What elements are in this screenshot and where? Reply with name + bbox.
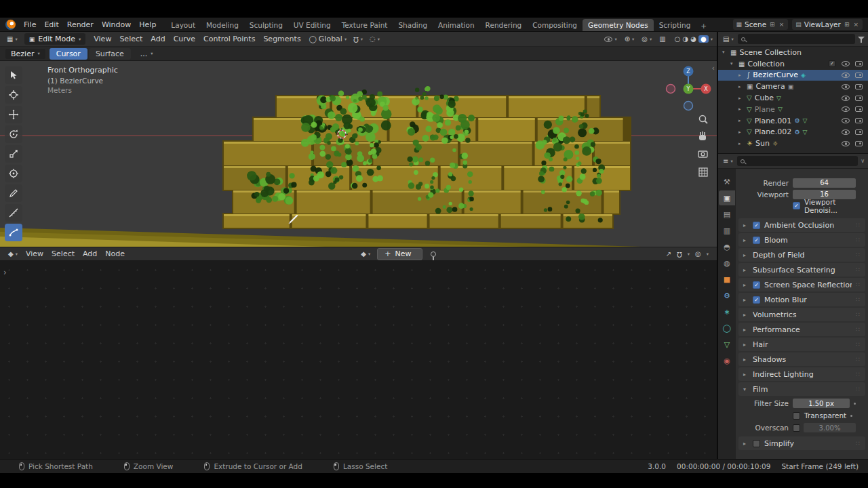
panel-film[interactable]: ▾Film∷ [738, 382, 865, 396]
properties-tab-modifiers[interactable]: ⚙ [719, 288, 735, 303]
menu-help[interactable]: Help [135, 19, 160, 30]
scene-selector[interactable]: ▦ Scene ⊞ × [733, 19, 789, 30]
node-menu-select[interactable]: Select [47, 248, 79, 260]
viewport-canvas[interactable]: ZYX Front Orthographic (1) BezierCurve M… [0, 61, 717, 247]
expand-arrow-icon[interactable]: ▸ [738, 118, 744, 123]
panel-volumetrics[interactable]: ▸Volumetrics∷ [738, 308, 865, 321]
checkbox-screen-space-reflections[interactable]: ✓ [753, 281, 760, 289]
pan-hand-icon[interactable] [699, 131, 706, 140]
expand-arrow-icon[interactable]: ▾ [730, 61, 736, 66]
properties-tab-view-layer[interactable]: ▥ [719, 223, 735, 238]
visibility-eye-icon[interactable] [842, 129, 850, 135]
panel-subsurface-scattering[interactable]: ▸Subsurface Scattering∷ [738, 263, 865, 277]
tool-select-box[interactable] [5, 66, 22, 84]
browse-nodetree-dropdown[interactable]: ◆▾ [358, 249, 373, 258]
tool-move[interactable] [5, 106, 22, 123]
pin-icon[interactable] [431, 251, 436, 257]
unlink-scene-button[interactable]: × [778, 21, 785, 28]
viewport-menu-segments[interactable]: Segments [259, 33, 304, 45]
ortho-toggle-grid-icon[interactable] [699, 168, 707, 176]
viewport-menu-add[interactable]: Add [146, 33, 169, 45]
sidebar-toggle-icon[interactable]: ‹ [712, 64, 715, 73]
outliner-search-input[interactable] [748, 35, 852, 43]
viewlayer-selector[interactable]: ▤ ViewLayer ⊞ × [792, 19, 863, 30]
properties-tab-object-data[interactable]: ▽ [719, 337, 735, 352]
workspace-tab-modeling[interactable]: Modeling [201, 19, 244, 32]
workspace-tab-compositing[interactable]: Compositing [527, 19, 583, 32]
expand-arrow-icon[interactable]: ▸ [743, 371, 749, 378]
shading-rendered-icon[interactable]: ● [698, 35, 709, 43]
expand-arrow-icon[interactable]: ▸ [743, 222, 749, 228]
visibility-eye-icon[interactable] [842, 96, 850, 101]
panel-depth-of-field[interactable]: ▸Depth of Field∷ [738, 248, 865, 262]
viewport-menu-curve[interactable]: Curve [170, 33, 199, 45]
properties-tab-physics[interactable]: ◯ [719, 321, 735, 336]
shading-material-icon[interactable]: ◕ [690, 35, 696, 43]
menu-edit[interactable]: Edit [40, 19, 62, 30]
simplify-checkbox[interactable] [753, 440, 760, 447]
render-samples-field[interactable]: 64 [793, 178, 856, 188]
expand-arrow-icon[interactable]: ▸ [738, 141, 744, 146]
node-menu-view[interactable]: View [22, 248, 47, 260]
tool-annotate[interactable] [5, 184, 22, 202]
shading-dropdown-icon[interactable]: ▾ [711, 37, 713, 42]
editor-type-button[interactable]: ▦▾ [4, 35, 20, 43]
checkbox-bloom[interactable]: ✓ [753, 237, 760, 244]
expand-arrow-icon[interactable]: ▸ [743, 312, 749, 318]
panel-motion-blur[interactable]: ▸✓Motion Blur∷ [738, 293, 865, 306]
render-visibility-icon[interactable] [855, 106, 863, 112]
tool-scale[interactable] [5, 145, 22, 163]
tool-cursor[interactable] [5, 86, 22, 104]
visibility-eye-icon[interactable] [842, 84, 850, 89]
properties-tab-particles[interactable]: ∗ [719, 304, 735, 319]
render-visibility-icon[interactable] [855, 129, 863, 135]
render-visibility-icon[interactable] [855, 61, 863, 66]
workspace-tab-geometry-nodes[interactable]: Geometry Nodes [583, 19, 654, 32]
collection-checkbox[interactable]: ✓ [829, 60, 835, 67]
outliner-row-plane[interactable]: ▸▽Plane▽ [718, 104, 868, 115]
expand-arrow-icon[interactable]: ▸ [743, 282, 749, 288]
render-visibility-icon[interactable] [855, 84, 863, 89]
node-snap-icon[interactable]: Ω [677, 251, 682, 258]
new-scene-button[interactable]: ⊞ [769, 21, 776, 28]
menu-file[interactable]: File [20, 19, 40, 30]
tool-measure[interactable] [5, 204, 22, 222]
visibility-eye-icon[interactable] [842, 106, 850, 112]
outliner-row-scene-collection[interactable]: ▾▦Scene Collection [718, 47, 868, 58]
toggle-xray-button[interactable]: ▥ [656, 35, 668, 43]
outliner-row-plane-002[interactable]: ▸▽Plane.002⚙▽ [718, 127, 868, 138]
render-visibility-icon[interactable] [855, 118, 863, 123]
filter-icon[interactable] [858, 36, 865, 43]
workspace-tab-layout[interactable]: Layout [165, 19, 201, 32]
transparent-checkbox[interactable] [793, 412, 800, 420]
node-overlays-icon[interactable]: ◎ [695, 250, 701, 258]
object-visibility-dropdown[interactable]: ▾ [601, 36, 619, 43]
zoom-icon[interactable] [700, 116, 708, 124]
visibility-eye-icon[interactable] [842, 118, 850, 123]
visibility-eye-icon[interactable] [842, 141, 850, 146]
outliner-editor-type-button[interactable]: ▤▾ [722, 35, 735, 43]
expand-arrow-icon[interactable]: ▸ [738, 106, 744, 112]
expand-arrow-icon[interactable]: ▸ [743, 342, 749, 348]
viewport-menu-view[interactable]: View [90, 33, 115, 45]
panel-indirect-lighting[interactable]: ▸Indirect Lighting∷ [738, 367, 865, 381]
render-visibility-icon[interactable] [855, 73, 863, 78]
workspace-tab-sculpting[interactable]: Sculpting [244, 19, 288, 32]
checkbox-motion-blur[interactable]: ✓ [753, 296, 760, 304]
chevron-down-icon[interactable]: ▾ [688, 251, 690, 257]
expand-arrow-icon[interactable]: ▸ [743, 441, 749, 447]
new-viewlayer-button[interactable]: ⊞ [844, 21, 850, 28]
navigation-gizmo[interactable]: ZYX [667, 66, 711, 110]
transform-orientation-select[interactable]: ◯Global▾ [307, 34, 350, 44]
workspace-tab-texture-paint[interactable]: Texture Paint [336, 19, 393, 32]
visibility-eye-icon[interactable] [842, 73, 850, 78]
workspace-tab-shading[interactable]: Shading [393, 19, 433, 32]
properties-tab-scene[interactable]: ◓ [719, 239, 735, 254]
tool-tab-cursor[interactable]: Cursor [50, 48, 87, 60]
viewport-denoising-checkbox[interactable]: ✓ [793, 202, 800, 209]
tool-curve-pen[interactable] [5, 224, 22, 241]
remove-viewlayer-button[interactable]: × [852, 21, 859, 28]
properties-editor-type-button[interactable]: ≡▾ [722, 157, 734, 165]
properties-tab-material[interactable]: ◉ [719, 353, 735, 368]
blender-logo-icon[interactable] [5, 20, 16, 30]
